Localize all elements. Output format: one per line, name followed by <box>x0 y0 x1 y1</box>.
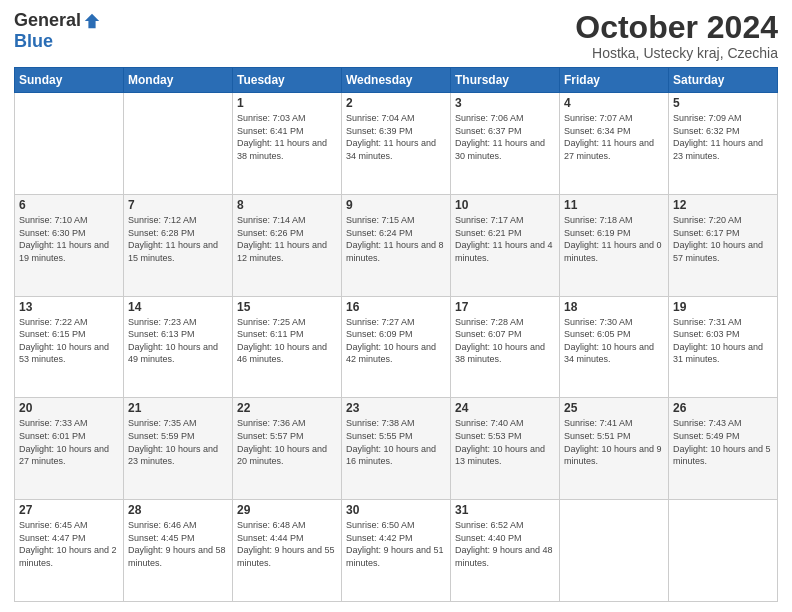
calendar-cell <box>560 500 669 602</box>
calendar-cell <box>669 500 778 602</box>
calendar-cell: 23Sunrise: 7:38 AMSunset: 5:55 PMDayligh… <box>342 398 451 500</box>
day-number: 20 <box>19 401 119 415</box>
day-info: Sunrise: 7:04 AMSunset: 6:39 PMDaylight:… <box>346 112 446 162</box>
day-number: 2 <box>346 96 446 110</box>
calendar-cell: 18Sunrise: 7:30 AMSunset: 6:05 PMDayligh… <box>560 296 669 398</box>
day-info: Sunrise: 6:46 AMSunset: 4:45 PMDaylight:… <box>128 519 228 569</box>
day-number: 11 <box>564 198 664 212</box>
day-info: Sunrise: 7:33 AMSunset: 6:01 PMDaylight:… <box>19 417 119 467</box>
day-info: Sunrise: 7:43 AMSunset: 5:49 PMDaylight:… <box>673 417 773 467</box>
month-title: October 2024 <box>575 10 778 45</box>
day-info: Sunrise: 7:09 AMSunset: 6:32 PMDaylight:… <box>673 112 773 162</box>
calendar-cell: 7Sunrise: 7:12 AMSunset: 6:28 PMDaylight… <box>124 194 233 296</box>
day-info: Sunrise: 7:41 AMSunset: 5:51 PMDaylight:… <box>564 417 664 467</box>
day-info: Sunrise: 7:12 AMSunset: 6:28 PMDaylight:… <box>128 214 228 264</box>
day-info: Sunrise: 7:40 AMSunset: 5:53 PMDaylight:… <box>455 417 555 467</box>
calendar-cell: 6Sunrise: 7:10 AMSunset: 6:30 PMDaylight… <box>15 194 124 296</box>
day-info: Sunrise: 7:15 AMSunset: 6:24 PMDaylight:… <box>346 214 446 264</box>
logo-general-text: General <box>14 10 81 31</box>
day-number: 27 <box>19 503 119 517</box>
calendar-cell: 17Sunrise: 7:28 AMSunset: 6:07 PMDayligh… <box>451 296 560 398</box>
day-number: 7 <box>128 198 228 212</box>
calendar-cell: 11Sunrise: 7:18 AMSunset: 6:19 PMDayligh… <box>560 194 669 296</box>
day-number: 1 <box>237 96 337 110</box>
day-number: 3 <box>455 96 555 110</box>
calendar-cell: 9Sunrise: 7:15 AMSunset: 6:24 PMDaylight… <box>342 194 451 296</box>
calendar-cell: 16Sunrise: 7:27 AMSunset: 6:09 PMDayligh… <box>342 296 451 398</box>
calendar-cell: 25Sunrise: 7:41 AMSunset: 5:51 PMDayligh… <box>560 398 669 500</box>
day-number: 15 <box>237 300 337 314</box>
day-number: 4 <box>564 96 664 110</box>
calendar-cell: 2Sunrise: 7:04 AMSunset: 6:39 PMDaylight… <box>342 93 451 195</box>
day-number: 21 <box>128 401 228 415</box>
day-number: 19 <box>673 300 773 314</box>
day-info: Sunrise: 7:30 AMSunset: 6:05 PMDaylight:… <box>564 316 664 366</box>
day-number: 12 <box>673 198 773 212</box>
day-number: 22 <box>237 401 337 415</box>
logo: General Blue <box>14 10 101 52</box>
calendar-cell: 13Sunrise: 7:22 AMSunset: 6:15 PMDayligh… <box>15 296 124 398</box>
day-info: Sunrise: 7:17 AMSunset: 6:21 PMDaylight:… <box>455 214 555 264</box>
svg-marker-0 <box>85 13 99 27</box>
day-number: 24 <box>455 401 555 415</box>
calendar-cell: 26Sunrise: 7:43 AMSunset: 5:49 PMDayligh… <box>669 398 778 500</box>
day-number: 14 <box>128 300 228 314</box>
calendar-cell: 5Sunrise: 7:09 AMSunset: 6:32 PMDaylight… <box>669 93 778 195</box>
calendar-cell <box>124 93 233 195</box>
day-info: Sunrise: 7:23 AMSunset: 6:13 PMDaylight:… <box>128 316 228 366</box>
calendar-cell: 21Sunrise: 7:35 AMSunset: 5:59 PMDayligh… <box>124 398 233 500</box>
day-number: 29 <box>237 503 337 517</box>
calendar-cell: 8Sunrise: 7:14 AMSunset: 6:26 PMDaylight… <box>233 194 342 296</box>
weekday-header-thursday: Thursday <box>451 68 560 93</box>
calendar-cell <box>15 93 124 195</box>
day-info: Sunrise: 7:25 AMSunset: 6:11 PMDaylight:… <box>237 316 337 366</box>
day-info: Sunrise: 6:45 AMSunset: 4:47 PMDaylight:… <box>19 519 119 569</box>
weekday-header-tuesday: Tuesday <box>233 68 342 93</box>
location: Hostka, Ustecky kraj, Czechia <box>575 45 778 61</box>
day-number: 8 <box>237 198 337 212</box>
day-info: Sunrise: 7:36 AMSunset: 5:57 PMDaylight:… <box>237 417 337 467</box>
day-info: Sunrise: 7:22 AMSunset: 6:15 PMDaylight:… <box>19 316 119 366</box>
weekday-header-wednesday: Wednesday <box>342 68 451 93</box>
day-number: 28 <box>128 503 228 517</box>
calendar-cell: 22Sunrise: 7:36 AMSunset: 5:57 PMDayligh… <box>233 398 342 500</box>
calendar-cell: 14Sunrise: 7:23 AMSunset: 6:13 PMDayligh… <box>124 296 233 398</box>
day-info: Sunrise: 7:20 AMSunset: 6:17 PMDaylight:… <box>673 214 773 264</box>
day-info: Sunrise: 6:48 AMSunset: 4:44 PMDaylight:… <box>237 519 337 569</box>
day-info: Sunrise: 7:10 AMSunset: 6:30 PMDaylight:… <box>19 214 119 264</box>
weekday-header-friday: Friday <box>560 68 669 93</box>
day-number: 9 <box>346 198 446 212</box>
calendar-cell: 4Sunrise: 7:07 AMSunset: 6:34 PMDaylight… <box>560 93 669 195</box>
day-info: Sunrise: 7:06 AMSunset: 6:37 PMDaylight:… <box>455 112 555 162</box>
calendar-cell: 10Sunrise: 7:17 AMSunset: 6:21 PMDayligh… <box>451 194 560 296</box>
day-number: 23 <box>346 401 446 415</box>
day-info: Sunrise: 7:27 AMSunset: 6:09 PMDaylight:… <box>346 316 446 366</box>
calendar-cell: 15Sunrise: 7:25 AMSunset: 6:11 PMDayligh… <box>233 296 342 398</box>
day-number: 25 <box>564 401 664 415</box>
day-info: Sunrise: 7:38 AMSunset: 5:55 PMDaylight:… <box>346 417 446 467</box>
calendar-cell: 27Sunrise: 6:45 AMSunset: 4:47 PMDayligh… <box>15 500 124 602</box>
day-number: 26 <box>673 401 773 415</box>
calendar: SundayMondayTuesdayWednesdayThursdayFrid… <box>14 67 778 602</box>
day-info: Sunrise: 7:35 AMSunset: 5:59 PMDaylight:… <box>128 417 228 467</box>
header: General Blue October 2024 Hostka, Usteck… <box>14 10 778 61</box>
calendar-cell: 28Sunrise: 6:46 AMSunset: 4:45 PMDayligh… <box>124 500 233 602</box>
day-info: Sunrise: 7:14 AMSunset: 6:26 PMDaylight:… <box>237 214 337 264</box>
calendar-cell: 30Sunrise: 6:50 AMSunset: 4:42 PMDayligh… <box>342 500 451 602</box>
day-info: Sunrise: 7:03 AMSunset: 6:41 PMDaylight:… <box>237 112 337 162</box>
calendar-cell: 1Sunrise: 7:03 AMSunset: 6:41 PMDaylight… <box>233 93 342 195</box>
day-number: 31 <box>455 503 555 517</box>
calendar-cell: 29Sunrise: 6:48 AMSunset: 4:44 PMDayligh… <box>233 500 342 602</box>
day-number: 10 <box>455 198 555 212</box>
day-info: Sunrise: 7:28 AMSunset: 6:07 PMDaylight:… <box>455 316 555 366</box>
weekday-header-monday: Monday <box>124 68 233 93</box>
logo-icon <box>83 12 101 30</box>
day-info: Sunrise: 6:52 AMSunset: 4:40 PMDaylight:… <box>455 519 555 569</box>
day-info: Sunrise: 7:31 AMSunset: 6:03 PMDaylight:… <box>673 316 773 366</box>
day-info: Sunrise: 6:50 AMSunset: 4:42 PMDaylight:… <box>346 519 446 569</box>
calendar-cell: 31Sunrise: 6:52 AMSunset: 4:40 PMDayligh… <box>451 500 560 602</box>
day-number: 6 <box>19 198 119 212</box>
day-info: Sunrise: 7:07 AMSunset: 6:34 PMDaylight:… <box>564 112 664 162</box>
day-number: 18 <box>564 300 664 314</box>
day-number: 16 <box>346 300 446 314</box>
